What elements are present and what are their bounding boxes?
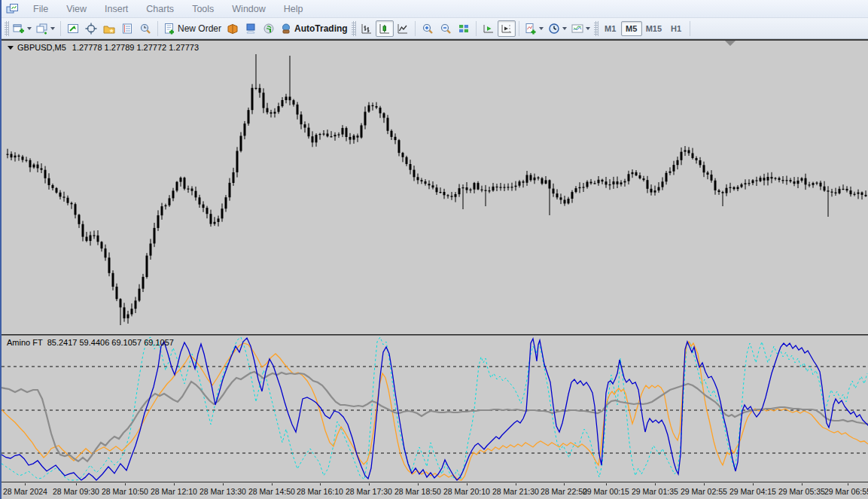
indicator-values: 85.2417 59.4406 69.1057 69.1057 <box>47 338 174 347</box>
new-order-label: New Order <box>178 23 221 34</box>
dropdown-caret <box>50 27 55 30</box>
indicator-svg <box>2 336 868 482</box>
autotrading-label: AutoTrading <box>294 23 348 34</box>
bar-chart-icon <box>361 23 373 35</box>
zoom-in-button[interactable] <box>419 20 437 37</box>
chart-window-icon <box>6 3 19 15</box>
tile-windows-button[interactable] <box>455 20 473 37</box>
time-label: 29 Mar 01:35 <box>632 483 678 496</box>
new-chart-button[interactable] <box>11 20 34 37</box>
community-person-icon <box>245 23 257 35</box>
indicators-button[interactable] <box>522 20 546 37</box>
terminal-button[interactable] <box>118 20 136 37</box>
candlestick-svg <box>2 41 868 334</box>
signal-globe-icon <box>263 23 275 35</box>
time-label: 28 Mar 09:30 <box>53 483 99 496</box>
menu-item-tools[interactable]: Tools <box>183 2 223 17</box>
new-chart-icon <box>13 23 25 35</box>
metaeditor-book-icon <box>227 23 239 35</box>
toolbar: New Order Aut <box>2 18 868 39</box>
auto-scroll-button[interactable] <box>480 20 498 37</box>
line-chart-icon <box>397 23 409 35</box>
menu-bar: File View Insert Charts Tools Window Hel… <box>2 0 868 18</box>
toolbar-separator <box>60 21 61 36</box>
tester-magnifier-icon <box>139 23 151 35</box>
time-label: 28 Mar 21:30 <box>492 483 539 496</box>
tile-windows-icon <box>458 23 470 35</box>
data-window-button[interactable] <box>82 20 100 37</box>
time-label: 28 Mar 22:50 <box>541 483 587 496</box>
zoom-in-icon <box>422 23 434 35</box>
menu-item-charts[interactable]: Charts <box>137 2 183 17</box>
toolbar-separator <box>690 21 690 36</box>
toolbar-grip[interactable] <box>594 21 598 36</box>
menu-item-window[interactable]: Window <box>223 2 274 17</box>
menu-item-view[interactable]: View <box>57 2 96 17</box>
time-label: 29 Mar 05:35 <box>778 483 825 496</box>
symbol-collapse-icon[interactable] <box>8 46 14 50</box>
dropdown-caret <box>562 27 567 30</box>
time-label: 28 Mar 12:10 <box>151 483 197 496</box>
profiles-icon <box>36 23 48 35</box>
strategy-tester-button[interactable] <box>136 20 154 37</box>
templates-icon <box>571 23 583 35</box>
time-label: 29 Mar 02:55 <box>681 483 727 496</box>
chart-shift-marker[interactable] <box>725 41 736 46</box>
time-label: 28 Mar 14:50 <box>248 483 295 496</box>
terminal-icon <box>121 23 133 35</box>
time-axis[interactable]: 28 Mar 2024 28 Mar 09:30 28 Mar 10:50 28… <box>2 482 868 499</box>
menu-item-insert[interactable]: Insert <box>96 2 137 17</box>
line-chart-button[interactable] <box>394 20 412 37</box>
templates-button[interactable] <box>569 20 592 37</box>
new-order-button[interactable]: New Order <box>161 20 224 37</box>
symbol-status-row: GBPUSD,M5 1.27778 1.27789 1.27772 1.2777… <box>8 43 199 52</box>
period-button-m5[interactable]: M5 <box>621 21 642 36</box>
time-label: 28 Mar 20:10 <box>443 483 490 496</box>
toolbar-separator <box>476 21 477 36</box>
time-label: 29 Mar 06:55 <box>824 483 868 496</box>
bar-chart-button[interactable] <box>358 20 376 37</box>
toolbar-grip[interactable] <box>5 21 9 36</box>
indicators-icon <box>525 23 537 35</box>
candlestick-chart-button[interactable] <box>376 20 394 37</box>
menu-item-file[interactable]: File <box>24 2 57 17</box>
ohlc-values: 1.27778 1.27789 1.27772 1.27773 <box>72 43 199 52</box>
crosshair-icon <box>85 23 97 35</box>
clock-icon <box>548 23 560 35</box>
community-button[interactable] <box>242 20 260 37</box>
symbol-label: GBPUSD,M5 <box>17 43 66 52</box>
metaeditor-button[interactable] <box>224 20 242 37</box>
app-icon[interactable] <box>5 2 20 16</box>
time-label: 29 Mar 00:15 <box>583 483 629 496</box>
time-label: 28 Mar 13:30 <box>199 483 246 496</box>
market-watch-button[interactable] <box>64 20 82 37</box>
profiles-button[interactable] <box>34 20 57 37</box>
time-label: 28 Mar 16:10 <box>297 483 343 496</box>
periods-button[interactable] <box>546 20 569 37</box>
signals-button[interactable] <box>260 20 278 37</box>
chart-shift-button[interactable] <box>498 20 516 37</box>
indicator-pane[interactable]: Amino FT 85.2417 59.4406 69.1057 69.1057 <box>2 336 868 482</box>
candlestick-chart-icon <box>379 23 391 35</box>
time-label: 28 Mar 2024 <box>3 483 47 496</box>
navigator-button[interactable] <box>100 20 118 37</box>
toolbar-separator <box>519 21 519 36</box>
menu-item-help[interactable]: Help <box>275 2 312 17</box>
price-chart-pane[interactable]: GBPUSD,M5 1.27778 1.27789 1.27772 1.2777… <box>2 39 868 334</box>
time-label: 28 Mar 17:30 <box>346 483 392 496</box>
chart-shift-icon <box>501 23 513 35</box>
period-button-h1[interactable]: H1 <box>665 21 687 36</box>
period-button-m15[interactable]: M15 <box>642 21 665 36</box>
time-label: 28 Mar 18:50 <box>394 483 441 496</box>
time-label: 28 Mar 10:50 <box>102 483 148 496</box>
mt4-application-window: File View Insert Charts Tools Window Hel… <box>0 0 868 499</box>
dropdown-caret <box>586 27 590 30</box>
dropdown-caret <box>539 27 544 30</box>
zoom-out-button[interactable] <box>437 20 455 37</box>
auto-scroll-icon <box>483 23 495 35</box>
period-button-m1[interactable]: M1 <box>600 21 621 36</box>
market-watch-icon <box>67 23 79 35</box>
time-label: 29 Mar 04:15 <box>729 483 776 496</box>
autotrading-button[interactable]: AutoTrading <box>278 20 350 37</box>
toolbar-grip[interactable] <box>352 21 356 36</box>
